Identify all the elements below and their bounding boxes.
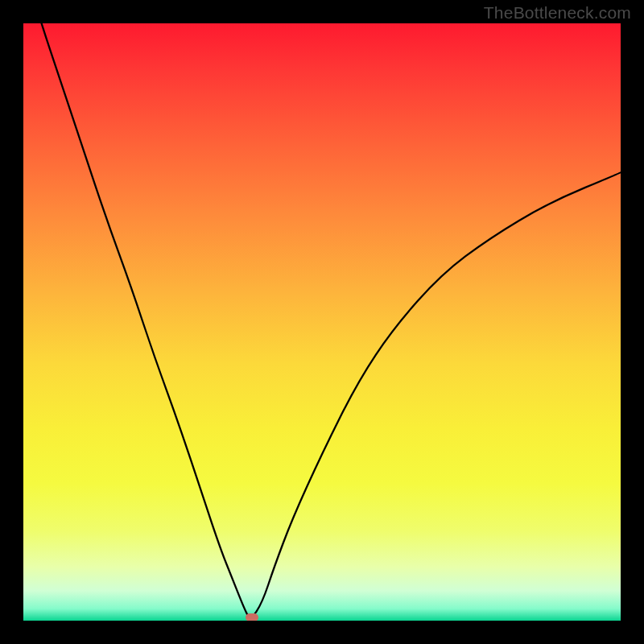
plot-area bbox=[23, 23, 621, 621]
chart-frame: TheBottleneck.com bbox=[0, 0, 644, 644]
bottleneck-curve bbox=[23, 23, 621, 621]
minimum-marker bbox=[246, 613, 258, 621]
watermark-text: TheBottleneck.com bbox=[484, 3, 631, 23]
